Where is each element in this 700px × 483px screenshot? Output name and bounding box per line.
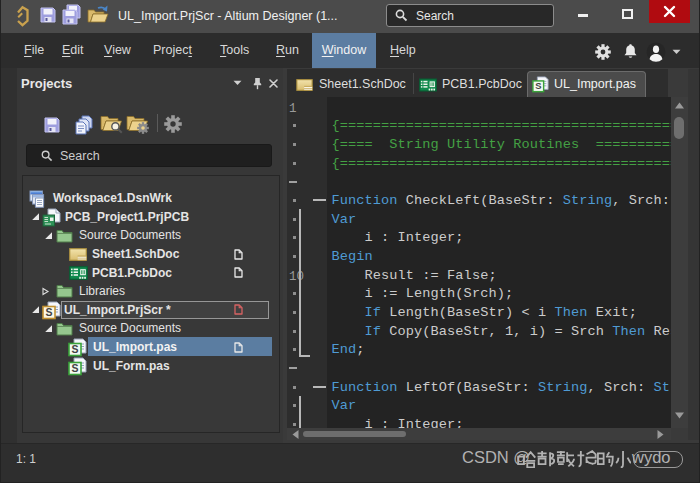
- svg-text:S: S: [71, 343, 78, 355]
- svg-text:S: S: [535, 80, 541, 91]
- svg-text:S: S: [71, 362, 78, 374]
- svg-text:S: S: [45, 306, 52, 318]
